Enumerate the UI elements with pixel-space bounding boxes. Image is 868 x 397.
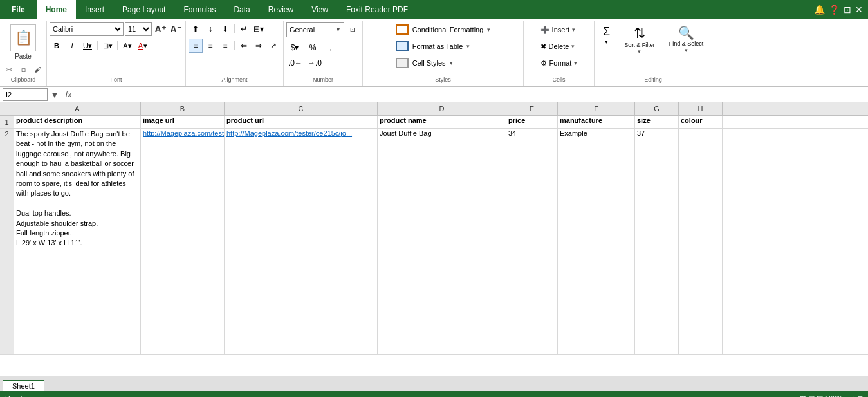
col-header-f[interactable]: F bbox=[558, 102, 635, 115]
font-color-button[interactable]: A▾ bbox=[136, 39, 150, 53]
insert-label: Insert bbox=[552, 26, 570, 33]
tab-foxit[interactable]: Foxit Reader PDF bbox=[337, 0, 417, 19]
col-header-g[interactable]: G bbox=[635, 102, 679, 115]
col-header-h[interactable]: H bbox=[679, 102, 723, 115]
sort-filter-label: Sort & Filter bbox=[624, 42, 655, 48]
find-select-button[interactable]: 🔍 Find & Select ▾ bbox=[663, 22, 710, 57]
bottom-align-button[interactable]: ⬇ bbox=[218, 22, 232, 36]
ribbon: 📋 Paste ✂ ⧉ 🖌 Clipboard Calibri bbox=[0, 19, 868, 87]
formula-input[interactable] bbox=[75, 88, 865, 101]
indent-dec-button[interactable]: ⇐ bbox=[237, 39, 251, 53]
cell-styles-button[interactable]: Cell Styles ▾ bbox=[390, 55, 459, 71]
restore-icon[interactable]: ⊡ bbox=[844, 5, 851, 15]
cell-styles-label: Cell Styles bbox=[412, 59, 446, 67]
tab-insert[interactable]: Insert bbox=[76, 0, 113, 19]
col-header-e[interactable]: E bbox=[506, 102, 558, 115]
fill-color-button[interactable]: A▾ bbox=[120, 39, 134, 53]
tab-view[interactable]: View bbox=[302, 0, 337, 19]
format-as-table-button[interactable]: Format as Table ▾ bbox=[390, 39, 476, 54]
minimize-icon[interactable]: 🔔 bbox=[814, 5, 825, 15]
cell-b1[interactable]: image url bbox=[141, 116, 225, 128]
percent-button[interactable]: % bbox=[304, 41, 321, 54]
wrap-text-button[interactable]: ↵ bbox=[237, 22, 251, 36]
tab-formulas[interactable]: Formulas bbox=[174, 0, 225, 19]
cut-button[interactable]: ✂ bbox=[3, 64, 15, 75]
cell-a1[interactable]: product description bbox=[14, 116, 141, 128]
dollar-button[interactable]: $▾ bbox=[286, 41, 303, 54]
top-align-button[interactable]: ⬆ bbox=[189, 22, 203, 36]
divider1 bbox=[97, 41, 98, 50]
increase-font-button[interactable]: A⁺ bbox=[153, 22, 167, 36]
indent-inc-button[interactable]: ⇒ bbox=[252, 39, 266, 53]
delete-button[interactable]: ✖ Delete ▾ bbox=[537, 39, 578, 54]
insert-button[interactable]: ➕ Insert ▾ bbox=[537, 22, 579, 37]
sheet-tab-sheet1[interactable]: Sheet1 bbox=[3, 380, 44, 391]
sheet-tabs: Sheet1 bbox=[0, 376, 868, 391]
cell-a2[interactable]: The sporty Joust Duffle Bag can't be bea… bbox=[14, 129, 141, 354]
number-dialog-button[interactable]: ⊡ bbox=[346, 23, 360, 37]
cell-b2[interactable]: http://Mageplaza.com/tester/ce215c/p... bbox=[141, 129, 225, 354]
bold-button[interactable]: B bbox=[50, 39, 64, 53]
col-header-b[interactable]: B bbox=[141, 102, 225, 115]
autosum-button[interactable]: Σ ▾ bbox=[597, 22, 616, 48]
find-select-icon: 🔍 bbox=[678, 25, 694, 41]
sort-filter-button[interactable]: ⇅ Sort & Filter ▾ bbox=[618, 22, 661, 58]
col-header-d[interactable]: D bbox=[378, 102, 506, 115]
italic-button[interactable]: I bbox=[65, 39, 79, 53]
styles-label: Styles bbox=[363, 77, 523, 83]
cells-group: ➕ Insert ▾ ✖ Delete ▾ ⚙ Format ▾ Cells bbox=[524, 21, 595, 86]
find-select-label: Find & Select bbox=[669, 41, 704, 47]
increase-decimal-button[interactable]: →.0 bbox=[306, 57, 324, 69]
underline-button[interactable]: U▾ bbox=[80, 39, 95, 53]
paste-button[interactable]: 📋 Paste bbox=[6, 22, 40, 62]
formula-expand-button[interactable]: ▼ bbox=[48, 89, 62, 100]
cell-d1[interactable]: product name bbox=[378, 116, 506, 128]
tab-bar: File Home Insert Page Layout Formulas Da… bbox=[0, 0, 868, 19]
border-button[interactable]: ⊞▾ bbox=[100, 39, 115, 53]
cell-c1[interactable]: product url bbox=[225, 116, 378, 128]
tab-file[interactable]: File bbox=[0, 0, 37, 19]
col-header-c[interactable]: C bbox=[225, 102, 378, 115]
decrease-font-button[interactable]: A⁻ bbox=[169, 22, 183, 36]
sort-filter-arrow: ▾ bbox=[638, 48, 641, 55]
format-button[interactable]: ⚙ Format ▾ bbox=[537, 55, 581, 71]
close-icon[interactable]: ✕ bbox=[855, 5, 863, 15]
left-align-button[interactable]: ≡ bbox=[189, 39, 203, 53]
cell-g1[interactable]: size bbox=[635, 116, 679, 128]
view-controls[interactable]: ▦ ▤ ▣ 100% − + ⊞ bbox=[800, 394, 863, 398]
decrease-decimal-button[interactable]: .0← bbox=[286, 57, 304, 69]
alignment-label: Alignment bbox=[186, 77, 283, 83]
cell-f2[interactable]: Example bbox=[558, 129, 635, 354]
conditional-formatting-button[interactable]: Conditional Formatting ▾ bbox=[390, 22, 497, 37]
cell-h1[interactable]: colour bbox=[679, 116, 723, 128]
center-align-button[interactable]: ≡ bbox=[203, 39, 217, 53]
cell-h2[interactable] bbox=[679, 129, 723, 354]
sort-filter-icon: ⇅ bbox=[634, 25, 645, 42]
font-name-select[interactable]: Calibri bbox=[50, 22, 124, 36]
help-icon[interactable]: ❓ bbox=[829, 5, 840, 15]
cell-e1[interactable]: price bbox=[506, 116, 558, 128]
tab-page-layout[interactable]: Page Layout bbox=[113, 0, 174, 19]
format-painter-button[interactable]: 🖌 bbox=[31, 64, 44, 75]
copy-button[interactable]: ⧉ bbox=[17, 64, 30, 75]
right-align-button[interactable]: ≡ bbox=[218, 39, 232, 53]
font-size-select[interactable]: 11 bbox=[125, 22, 152, 36]
cell-ref-box[interactable]: I2 bbox=[3, 88, 48, 101]
cell-f1[interactable]: manufacture bbox=[558, 116, 635, 128]
cell-d2[interactable]: Joust Duffle Bag bbox=[378, 129, 506, 354]
number-format-dropdown[interactable]: General ▼ bbox=[286, 22, 344, 37]
tab-home[interactable]: Home bbox=[37, 0, 76, 19]
sigma-arrow: ▾ bbox=[605, 39, 608, 45]
orientation-button[interactable]: ↗ bbox=[266, 39, 281, 53]
cell-c2[interactable]: http://Mageplaza.com/tester/ce215c/jo... bbox=[225, 129, 378, 354]
row-num-header bbox=[0, 102, 14, 115]
cell-e2[interactable]: 34 bbox=[506, 129, 558, 354]
col-header-a[interactable]: A bbox=[14, 102, 141, 115]
tab-data[interactable]: Data bbox=[225, 0, 259, 19]
middle-align-button[interactable]: ↕ bbox=[203, 22, 217, 36]
cell-g2[interactable]: 37 bbox=[635, 129, 679, 354]
tab-review[interactable]: Review bbox=[259, 0, 302, 19]
conditional-arrow: ▾ bbox=[487, 26, 490, 33]
comma-button[interactable]: , bbox=[322, 41, 339, 54]
merge-button[interactable]: ⊟▾ bbox=[252, 22, 266, 36]
